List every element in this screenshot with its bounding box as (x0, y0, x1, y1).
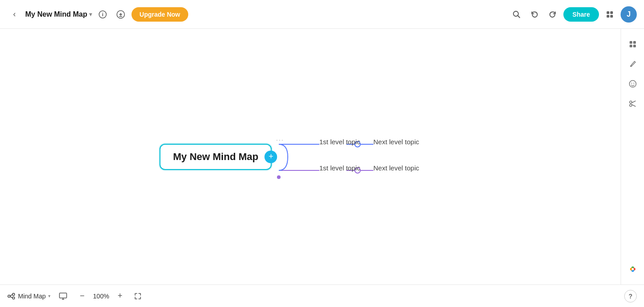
svg-rect-7 (610, 15, 613, 18)
svg-point-30 (8, 295, 10, 297)
search-button[interactable] (509, 7, 524, 22)
scissors-icon-button[interactable] (625, 96, 641, 112)
header-left: ‹ My New Mind Map ▾ i Upgrade Now (7, 7, 188, 22)
zoom-out-button[interactable]: − (76, 290, 88, 302)
info-button[interactable]: i (95, 7, 110, 22)
bottom-left: Mind Map ▾ − 100% + (7, 289, 144, 303)
branch-top-label[interactable]: 1st level topic (319, 138, 360, 146)
next-top: Next level topic (373, 138, 419, 146)
canvas: ··· My New Mind Map + (0, 29, 621, 284)
right-sidebar (621, 29, 644, 284)
svg-rect-17 (633, 41, 636, 44)
help-button[interactable]: ? (624, 290, 637, 302)
svg-point-29 (631, 268, 634, 270)
back-button[interactable]: ‹ (7, 7, 22, 22)
svg-point-12 (277, 175, 281, 179)
svg-rect-5 (610, 11, 613, 14)
mode-label: Mind Map (18, 293, 45, 300)
brush-icon-button[interactable] (625, 56, 641, 72)
share-button[interactable]: Share (563, 7, 599, 22)
svg-rect-18 (630, 45, 632, 47)
upload-button[interactable] (113, 7, 128, 22)
emoji-icon-button[interactable] (625, 76, 641, 92)
title-text: My New Mind Map (25, 10, 87, 18)
add-topic-button[interactable]: + (265, 151, 277, 163)
svg-point-23 (630, 101, 632, 103)
header-right: Share J (509, 6, 637, 23)
fullscreen-button[interactable] (132, 290, 144, 302)
next-bottom: Next level topic (373, 164, 419, 172)
next-top-label[interactable]: Next level topic (373, 138, 419, 146)
bottom-bar: Mind Map ▾ − 100% + ? (0, 284, 644, 307)
svg-rect-6 (607, 15, 609, 18)
svg-rect-19 (633, 45, 636, 47)
central-node-label: My New Mind Map + (159, 144, 272, 170)
mode-selector[interactable]: Mind Map ▾ (7, 292, 50, 300)
zoom-level: 100% (92, 293, 110, 300)
central-label-text: My New Mind Map (173, 151, 258, 162)
branch-top: 1st level topic (319, 138, 360, 146)
header: ‹ My New Mind Map ▾ i Upgrade Now (0, 0, 644, 29)
apps-button[interactable] (603, 7, 617, 22)
presentation-button[interactable] (56, 289, 70, 303)
branch-bottom: 1st level topic (319, 164, 360, 172)
mindmap-container: ··· My New Mind Map + (153, 112, 468, 202)
svg-text:···: ··· (276, 136, 284, 143)
svg-point-21 (631, 83, 632, 84)
zoom-controls: − 100% + (76, 290, 126, 302)
svg-point-22 (633, 83, 634, 84)
redo-button[interactable] (545, 7, 560, 22)
document-title[interactable]: My New Mind Map ▾ (25, 10, 92, 18)
flower-icon-button[interactable] (625, 261, 641, 277)
grid-icon-button[interactable] (625, 36, 641, 52)
svg-point-31 (13, 293, 15, 295)
svg-rect-33 (59, 293, 67, 298)
mode-chevron-icon: ▾ (48, 293, 50, 298)
title-chevron-icon: ▾ (89, 11, 92, 18)
user-avatar[interactable]: J (621, 6, 637, 23)
svg-rect-4 (607, 11, 609, 14)
mode-icon (7, 292, 15, 300)
branch-bottom-label[interactable]: 1st level topic (319, 164, 360, 172)
svg-point-32 (13, 297, 15, 299)
upgrade-button[interactable]: Upgrade Now (132, 7, 188, 22)
next-bottom-label[interactable]: Next level topic (373, 164, 419, 172)
svg-point-24 (630, 104, 632, 106)
svg-rect-16 (630, 41, 632, 44)
undo-button[interactable] (527, 7, 542, 22)
zoom-in-button[interactable]: + (113, 290, 126, 302)
svg-text:i: i (102, 12, 103, 17)
svg-point-3 (513, 11, 518, 16)
